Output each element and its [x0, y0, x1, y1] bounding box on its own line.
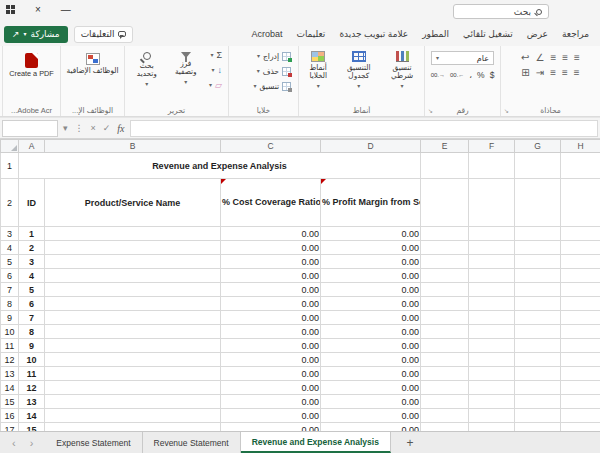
fill-button[interactable]: ↓ ▾: [206, 63, 225, 77]
cell-profit[interactable]: 0.00: [321, 227, 421, 241]
row-header[interactable]: 8: [1, 297, 19, 311]
cell-cost[interactable]: 0.00: [221, 423, 321, 432]
cell[interactable]: [515, 241, 561, 255]
cell[interactable]: [561, 269, 600, 283]
cell-profit[interactable]: 0.00: [321, 269, 421, 283]
share-button[interactable]: مشاركة ▾ ↗: [4, 26, 68, 43]
header-cell-profit-margin[interactable]: % Profit Margin from Selling (product/se…: [321, 179, 421, 227]
insert-function-icon[interactable]: fx: [115, 123, 126, 134]
cell-product-name[interactable]: [45, 423, 221, 432]
cell-id[interactable]: 8: [19, 325, 45, 339]
row-header[interactable]: 2: [1, 179, 19, 227]
cell-profit[interactable]: 0.00: [321, 339, 421, 353]
cell[interactable]: [469, 311, 515, 325]
app-grid-icon[interactable]: [6, 5, 15, 14]
column-header-g[interactable]: G: [515, 140, 561, 153]
tab-review[interactable]: مراجعة: [555, 29, 596, 39]
cell[interactable]: [561, 297, 600, 311]
cell[interactable]: [515, 367, 561, 381]
cell-cost[interactable]: 0.00: [221, 395, 321, 409]
cell[interactable]: [469, 395, 515, 409]
cell-cost[interactable]: 0.00: [221, 255, 321, 269]
cell[interactable]: [561, 179, 600, 227]
cell[interactable]: [421, 381, 469, 395]
cell[interactable]: [561, 325, 600, 339]
row-header[interactable]: 13: [1, 367, 19, 381]
cell[interactable]: [561, 423, 600, 432]
cell-id[interactable]: 12: [19, 381, 45, 395]
column-header-h[interactable]: H: [561, 140, 600, 153]
cell[interactable]: [469, 283, 515, 297]
add-sheet-button[interactable]: +: [401, 432, 419, 453]
cell-product-name[interactable]: [45, 367, 221, 381]
cell-id[interactable]: 3: [19, 255, 45, 269]
align-left-icon[interactable]: ≡: [550, 68, 556, 78]
format-cells-button[interactable]: تنسيق ▾: [233, 79, 294, 93]
cell[interactable]: [469, 381, 515, 395]
row-header[interactable]: 17: [1, 423, 19, 432]
cell-cost[interactable]: 0.00: [221, 409, 321, 423]
cell[interactable]: [421, 423, 469, 432]
row-header[interactable]: 14: [1, 381, 19, 395]
align-top-icon[interactable]: ≡: [574, 53, 580, 63]
cell-id[interactable]: 1: [19, 227, 45, 241]
cell[interactable]: [515, 409, 561, 423]
sheet-tab-revenue-expense-analysis[interactable]: Revenue and Expense Analysis: [241, 432, 391, 453]
cell-profit[interactable]: 0.00: [321, 409, 421, 423]
percent-style-icon[interactable]: %: [477, 70, 485, 80]
cell-profit[interactable]: 0.00: [321, 311, 421, 325]
cell-product-name[interactable]: [45, 311, 221, 325]
cell-product-name[interactable]: [45, 255, 221, 269]
number-format-select[interactable]: عام ▾: [431, 51, 494, 65]
cell-id[interactable]: 14: [19, 409, 45, 423]
align-middle-icon[interactable]: ≡: [562, 53, 568, 63]
cell[interactable]: [469, 325, 515, 339]
sheet-tab-expense-statement[interactable]: Expense Statement: [45, 432, 142, 453]
cell[interactable]: [561, 409, 600, 423]
cell[interactable]: [469, 339, 515, 353]
cell[interactable]: [421, 395, 469, 409]
merge-center-icon[interactable]: ⊞: [521, 68, 529, 78]
row-header[interactable]: 12: [1, 353, 19, 367]
cell-product-name[interactable]: [45, 339, 221, 353]
cell[interactable]: [421, 255, 469, 269]
cell[interactable]: [515, 227, 561, 241]
align-center-icon[interactable]: ≡: [562, 68, 568, 78]
cell-product-name[interactable]: [45, 283, 221, 297]
tab-developer[interactable]: المطور: [415, 29, 456, 39]
row-header[interactable]: 1: [1, 153, 19, 179]
cell-id[interactable]: 15: [19, 423, 45, 432]
cell[interactable]: [469, 297, 515, 311]
cell-id[interactable]: 7: [19, 311, 45, 325]
create-pdf-button[interactable]: Create a PDF: [7, 50, 56, 78]
align-right-icon[interactable]: ≡: [574, 68, 580, 78]
row-header[interactable]: 6: [1, 269, 19, 283]
comma-style-icon[interactable]: ،: [469, 70, 472, 80]
column-header-f[interactable]: F: [469, 140, 515, 153]
cell[interactable]: [515, 153, 561, 179]
sheet-tab-revenue-statement[interactable]: Revenue Statement: [143, 432, 241, 453]
cell[interactable]: [561, 395, 600, 409]
cell-profit[interactable]: 0.00: [321, 381, 421, 395]
row-header[interactable]: 7: [1, 283, 19, 297]
cell-product-name[interactable]: [45, 241, 221, 255]
comments-button[interactable]: التعليقات: [74, 26, 134, 43]
cell-id[interactable]: 9: [19, 339, 45, 353]
cell[interactable]: [515, 381, 561, 395]
row-header[interactable]: 4: [1, 241, 19, 255]
cell-id[interactable]: 11: [19, 367, 45, 381]
cell[interactable]: [469, 179, 515, 227]
cell[interactable]: [469, 269, 515, 283]
cell-profit[interactable]: 0.00: [321, 255, 421, 269]
cell[interactable]: [469, 367, 515, 381]
cell-cost[interactable]: 0.00: [221, 241, 321, 255]
tab-view[interactable]: عرض: [520, 29, 555, 39]
column-header-a[interactable]: A: [19, 140, 45, 153]
tab-new-tab[interactable]: علامة تبويب جديدة: [332, 29, 415, 39]
cell-id[interactable]: 6: [19, 297, 45, 311]
cell-profit[interactable]: 0.00: [321, 283, 421, 297]
cell[interactable]: [515, 269, 561, 283]
cell-id[interactable]: 4: [19, 269, 45, 283]
cell[interactable]: [515, 255, 561, 269]
orientation-icon[interactable]: ∠: [535, 53, 544, 63]
